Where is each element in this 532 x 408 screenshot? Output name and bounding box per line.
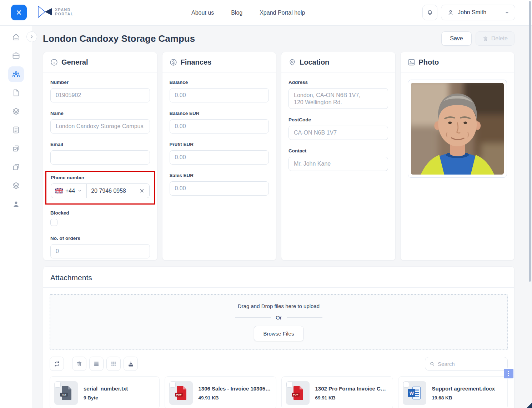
phone-input-group: +44 — [51, 183, 150, 198]
file-card-pdf-2[interactable]: PDF 1302 Pro Forma Invoice CP0... 69.91 … — [281, 376, 393, 408]
orders-field[interactable] — [50, 244, 150, 258]
attachments-panel: Attachments Drag and Drop files here to … — [43, 266, 515, 408]
chevron-right-icon — [29, 34, 34, 39]
sidebar-item-briefcase[interactable] — [8, 48, 24, 64]
sidebar-item-layers[interactable] — [8, 104, 24, 119]
search-input[interactable] — [438, 361, 503, 367]
address-label: Address — [288, 80, 388, 85]
chevron-down-icon — [504, 10, 510, 15]
save-button[interactable]: Save — [441, 31, 471, 46]
blocked-checkbox[interactable] — [50, 219, 57, 226]
trash-icon — [482, 36, 488, 42]
finances-title: Finances — [181, 58, 212, 66]
postcode-field[interactable] — [288, 126, 388, 140]
number-field[interactable] — [50, 88, 150, 102]
file-checkbox[interactable] — [403, 382, 409, 388]
contact-field[interactable] — [288, 157, 388, 171]
txt-file-icon: TXT — [59, 386, 73, 401]
file-checkbox[interactable] — [170, 382, 176, 388]
general-panel: General Number Name Email — [43, 52, 157, 261]
file-search — [425, 357, 508, 371]
phone-number-field[interactable] — [87, 188, 137, 194]
sidebar-item-home[interactable] — [8, 29, 24, 45]
country-code-select[interactable]: +44 — [51, 184, 86, 198]
nav-about-us[interactable]: About us — [191, 10, 214, 16]
xpand-portal-logo[interactable]: XPAND PORTAL — [37, 5, 74, 19]
list-view-button[interactable] — [89, 357, 104, 371]
profit-eur-field[interactable] — [170, 150, 269, 165]
finances-panel: Finances Balance Balance EUR Profit EUR — [162, 52, 277, 261]
clear-phone-button[interactable] — [137, 188, 149, 194]
file-dropzone[interactable]: Drag and Drop files here to upload Or Br… — [50, 294, 508, 350]
profit-eur-label: Profit EUR — [170, 142, 269, 147]
user-name: John Smith — [458, 9, 501, 16]
nav-portal-help[interactable]: Xpand Portal help — [260, 10, 305, 16]
close-icon — [16, 10, 22, 15]
drag-handle-kebab[interactable] — [504, 369, 513, 378]
top-navigation: About us Blog Xpand Portal help — [191, 0, 305, 26]
corner-widget — [527, 403, 532, 408]
refresh-button[interactable] — [50, 357, 64, 371]
file-size: 19.68 KB — [432, 395, 495, 401]
sidebar-item-document[interactable] — [8, 122, 24, 138]
name-field[interactable] — [50, 119, 150, 134]
delete-files-button[interactable] — [72, 357, 86, 371]
balance-field[interactable] — [170, 88, 269, 102]
sidebar-expand-button[interactable] — [26, 31, 37, 42]
sidebar-item-folders[interactable] — [8, 159, 24, 175]
sidebar — [0, 26, 32, 408]
photo-title: Photo — [419, 58, 439, 66]
email-field[interactable] — [50, 150, 150, 165]
customer-photo[interactable] — [411, 83, 504, 175]
svg-text:TXT: TXT — [61, 393, 67, 396]
sidebar-item-customers[interactable] — [8, 66, 24, 82]
phone-highlight-box: Phone number — [45, 171, 155, 205]
address-field[interactable]: London, CA-ON N6B 1V7, 120 Wellington Rd… — [288, 88, 388, 109]
dollar-circle-icon — [170, 59, 177, 66]
layers-icon — [12, 107, 20, 116]
file-name: 1302 Pro Forma Invoice CP0... — [315, 386, 388, 392]
grid-view-button[interactable] — [106, 357, 121, 371]
image-icon — [408, 59, 415, 66]
clear-x-icon — [139, 188, 145, 194]
file-card-txt[interactable]: TXT serial_number.txt 9 Byte — [50, 376, 160, 408]
panels-row: General Number Name Email — [43, 52, 515, 261]
content-area: London Candoxy Storage Campus Save Delet… — [32, 26, 532, 408]
location-title: Location — [300, 58, 329, 66]
sales-eur-field[interactable] — [170, 181, 269, 196]
dial-code: +44 — [65, 188, 75, 194]
sidebar-item-page[interactable] — [8, 85, 24, 101]
download-button[interactable] — [124, 357, 138, 371]
pdf-file-icon: PDF — [174, 386, 188, 401]
general-title: General — [61, 58, 88, 66]
balance-eur-field[interactable] — [170, 119, 269, 134]
delete-button[interactable]: Delete — [476, 31, 515, 46]
sidebar-item-stack[interactable] — [8, 178, 24, 193]
close-menu-button[interactable] — [11, 5, 27, 20]
browse-files-button[interactable]: Browse Files — [254, 326, 304, 341]
photo-panel: Photo — [400, 52, 515, 261]
file-size: 69.91 KB — [315, 395, 388, 401]
sidebar-item-tasks[interactable] — [8, 141, 24, 156]
svg-text:W: W — [409, 391, 414, 396]
attachments-title: Attachments — [50, 273, 92, 282]
file-size: 49.91 KB — [199, 395, 272, 401]
nav-blog[interactable]: Blog — [231, 10, 242, 16]
people-icon — [12, 70, 20, 79]
photo-frame — [408, 80, 507, 178]
file-card-pdf-1[interactable]: PDF 1306 Sales - Invoice 103056 ... 49.9… — [165, 376, 276, 408]
user-icon — [447, 9, 454, 16]
page-scrollbar[interactable] — [529, 1, 531, 282]
file-checkbox[interactable] — [55, 382, 61, 388]
number-label: Number — [50, 80, 150, 85]
file-checkbox[interactable] — [286, 382, 292, 388]
sidebar-item-profile[interactable] — [8, 196, 24, 212]
notifications-button[interactable] — [422, 5, 437, 20]
map-pin-icon — [288, 59, 296, 66]
topbar-right-controls: John Smith — [422, 5, 515, 20]
or-divider: Or — [235, 314, 322, 321]
page-icon — [12, 89, 20, 97]
user-menu[interactable]: John Smith — [441, 5, 515, 20]
refresh-icon — [54, 361, 60, 367]
file-card-docx[interactable]: W Support agreement.docx 19.68 KB — [398, 376, 508, 408]
